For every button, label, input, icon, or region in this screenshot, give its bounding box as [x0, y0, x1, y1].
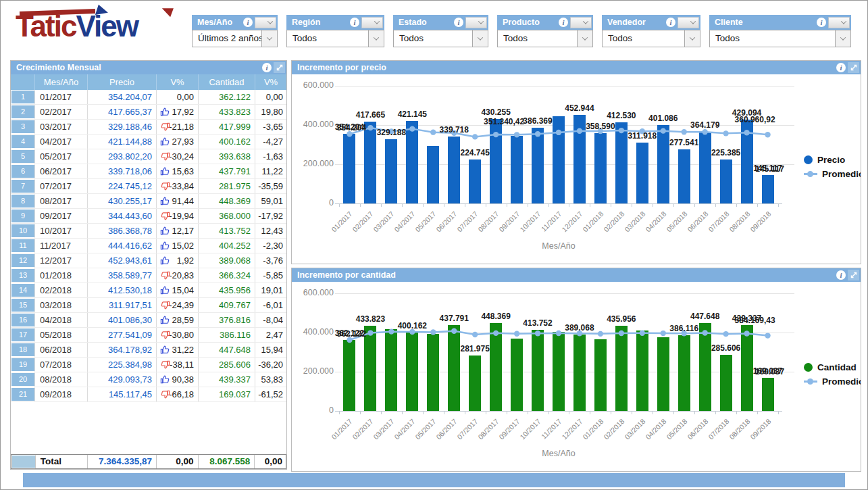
- table-row[interactable]: 1301/2018358.589,77-20,83366.324-5,85: [11, 268, 286, 283]
- bar-05/2018[interactable]: [678, 335, 690, 411]
- table-row[interactable]: 2109/2018145.117,45-66,18169.037-61,52: [11, 387, 286, 402]
- bar-06/2017[interactable]: [448, 325, 460, 411]
- info-icon[interactable]: i: [559, 18, 568, 27]
- promedio-point[interactable]: [723, 130, 728, 136]
- bar-03/2017[interactable]: [385, 329, 397, 411]
- table-row[interactable]: 101/2017354.204,070,00362.1220,00: [11, 90, 286, 105]
- bar-01/2018[interactable]: [594, 133, 607, 203]
- bar-11/2017[interactable]: [553, 332, 565, 411]
- info-icon[interactable]: i: [454, 18, 463, 27]
- bar-05/2018[interactable]: [678, 149, 690, 203]
- table-row[interactable]: 606/2017339.718,0615,63437.79111,22: [11, 164, 286, 179]
- filter-menu-dropdown[interactable]: [678, 17, 699, 28]
- filter-select[interactable]: Todos: [286, 30, 384, 47]
- bar-04/2017[interactable]: [406, 121, 418, 203]
- bar-05/2017[interactable]: [427, 334, 439, 411]
- bar-02/2018[interactable]: [615, 122, 628, 203]
- table-row[interactable]: 1907/2018225.384,98-38,11285.606-36,20: [11, 358, 286, 372]
- bar-09/2018[interactable]: [762, 175, 774, 203]
- column-header-index[interactable]: [11, 74, 35, 90]
- table-row[interactable]: 404/2017421.144,8827,93400.162-4,27: [11, 134, 286, 149]
- bar-01/2017[interactable]: [343, 340, 355, 411]
- column-header-mes-ano[interactable]: Mes/Año: [35, 74, 88, 90]
- bar-08/2017[interactable]: [490, 119, 502, 203]
- table-row[interactable]: 2008/2018429.093,7390,38439.33753,83: [11, 372, 286, 387]
- promedio-point[interactable]: [765, 333, 770, 338]
- info-icon[interactable]: i: [666, 18, 675, 27]
- bar-02/2017[interactable]: [364, 326, 376, 411]
- bar-09/2018[interactable]: [762, 378, 774, 411]
- bar-06/2018[interactable]: [699, 323, 711, 411]
- filter-menu-dropdown[interactable]: [828, 17, 850, 28]
- bar-05/2017[interactable]: [427, 146, 439, 203]
- table-row[interactable]: 1212/2017452.943,611,92389.068-3,76: [11, 253, 286, 268]
- bar-09/2017[interactable]: [511, 136, 523, 203]
- bar-02/2018[interactable]: [615, 326, 628, 411]
- bar-08/2018[interactable]: [741, 325, 753, 411]
- info-icon[interactable]: i: [836, 63, 846, 72]
- bar-12/2017[interactable]: [573, 115, 586, 203]
- table-row[interactable]: 808/2017430.255,1791,44448.36959,01: [11, 194, 286, 209]
- bar-07/2018[interactable]: [720, 160, 732, 203]
- filter-select-button[interactable]: [684, 30, 700, 47]
- legend-item-cantidad[interactable]: Cantidad: [804, 362, 861, 372]
- bar-08/2018[interactable]: [741, 120, 753, 203]
- filter-select-button[interactable]: [472, 30, 488, 47]
- promedio-point[interactable]: [598, 331, 603, 337]
- bar-07/2017[interactable]: [469, 160, 481, 203]
- column-header-v-precio[interactable]: V%: [157, 74, 199, 90]
- filter-select-button[interactable]: [835, 30, 850, 47]
- legend-item-precio[interactable]: Precio: [804, 154, 861, 165]
- legend-item-promedio[interactable]: Promedio: [804, 168, 861, 179]
- filter-select-button[interactable]: [261, 30, 277, 47]
- filter-select[interactable]: Últimos 2 anños: [192, 30, 278, 47]
- bar-11/2017[interactable]: [553, 116, 565, 203]
- table-row[interactable]: 303/2017329.188,46-21,18417.999-3,65: [11, 120, 286, 134]
- filter-select[interactable]: Todos: [709, 30, 851, 47]
- table-row[interactable]: 1806/2018364.178,9231,22447.64815,94: [11, 343, 286, 358]
- bar-01/2017[interactable]: [343, 134, 355, 203]
- legend-item-promedio[interactable]: Promedio: [804, 376, 861, 387]
- info-icon[interactable]: i: [817, 18, 826, 27]
- filter-menu-dropdown[interactable]: [465, 17, 487, 28]
- bar-08/2017[interactable]: [490, 323, 502, 411]
- table-row[interactable]: 1604/2018401.086,3028,59376.816-8,04: [11, 313, 286, 328]
- taticview-logo[interactable]: TaticView: [10, 6, 186, 45]
- table-row[interactable]: 505/2017293.802,20-30,24393.638-1,63: [11, 149, 286, 164]
- filter-menu-dropdown[interactable]: [361, 17, 383, 28]
- expand-icon[interactable]: [848, 270, 859, 280]
- expand-icon[interactable]: [848, 62, 859, 73]
- column-header-cantidad[interactable]: Cantidad: [199, 74, 255, 90]
- bar-04/2017[interactable]: [406, 333, 418, 411]
- filter-select[interactable]: Todos: [497, 30, 593, 47]
- filter-menu-dropdown[interactable]: [570, 17, 592, 28]
- bar-12/2017[interactable]: [573, 335, 586, 411]
- info-icon[interactable]: i: [243, 18, 253, 27]
- bar-10/2017[interactable]: [532, 128, 544, 203]
- promedio-point[interactable]: [682, 129, 687, 134]
- promedio-point[interactable]: [430, 129, 436, 134]
- promedio-point[interactable]: [388, 128, 394, 134]
- column-header-precio[interactable]: Precio: [88, 74, 157, 90]
- table-row[interactable]: 1705/2018277.541,09-30,80386.1162,47: [11, 328, 286, 343]
- filter-select[interactable]: Todos: [602, 30, 700, 47]
- table-row[interactable]: 1111/2017444.416,6215,02404.252-2,30: [11, 239, 286, 253]
- promedio-point[interactable]: [514, 331, 519, 337]
- bar-10/2017[interactable]: [532, 330, 544, 411]
- bar-02/2017[interactable]: [364, 122, 376, 203]
- promedio-point[interactable]: [640, 128, 645, 134]
- filter-menu-dropdown[interactable]: [255, 17, 276, 28]
- table-row[interactable]: 909/2017344.443,60-19,94368.000-17,92: [11, 209, 286, 224]
- table-row[interactable]: 1503/2018311.917,51-24,39409.767-6,01: [11, 298, 286, 313]
- bar-03/2017[interactable]: [385, 139, 397, 203]
- expand-icon[interactable]: [274, 62, 285, 73]
- bar-07/2018[interactable]: [720, 355, 732, 411]
- promedio-point[interactable]: [661, 330, 666, 336]
- bar-03/2018[interactable]: [636, 143, 648, 203]
- info-icon[interactable]: i: [350, 18, 359, 27]
- bar-09/2017[interactable]: [511, 339, 523, 411]
- info-icon[interactable]: i: [836, 270, 846, 280]
- info-icon[interactable]: i: [262, 63, 272, 72]
- filter-select-button[interactable]: [368, 30, 384, 47]
- bar-04/2018[interactable]: [657, 125, 669, 203]
